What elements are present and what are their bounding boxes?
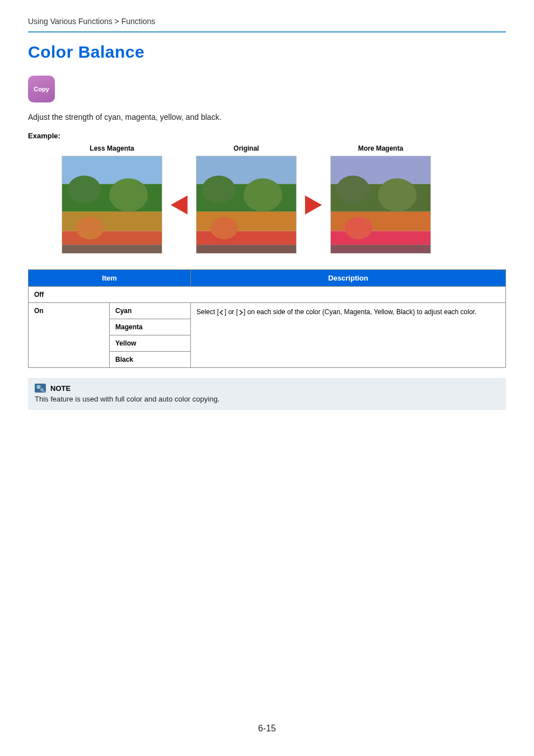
- row-description: Select [] or [] on each side of the colo…: [191, 303, 506, 368]
- example-less: Less Magenta: [62, 144, 162, 254]
- example-row: Less Magenta Original: [28, 144, 506, 254]
- row-black: Black: [110, 352, 191, 368]
- note-body: This feature is used with full color and…: [35, 395, 499, 403]
- svg-rect-22: [331, 245, 430, 253]
- example-original-caption: Original: [233, 144, 259, 152]
- svg-marker-17: [305, 195, 322, 214]
- example-less-image: [62, 156, 162, 254]
- svg-point-23: [336, 176, 369, 203]
- svg-rect-26: [35, 384, 46, 393]
- th-item: Item: [29, 270, 191, 287]
- row-off: Off: [29, 287, 506, 303]
- row-on: On: [29, 303, 110, 368]
- svg-point-27: [37, 385, 41, 389]
- svg-point-6: [109, 179, 148, 212]
- svg-point-24: [378, 179, 416, 212]
- example-more-image: [330, 156, 431, 254]
- svg-point-16: [210, 217, 238, 240]
- page-title: Color Balance: [28, 43, 506, 62]
- svg-point-25: [345, 217, 372, 240]
- desc-middle: ] or [: [224, 308, 238, 316]
- svg-point-7: [76, 217, 104, 240]
- key-right-icon: [238, 310, 243, 315]
- settings-table: Item Description Off On Cyan Select [] o…: [28, 269, 506, 368]
- th-description: Description: [191, 270, 506, 287]
- note-icon: [35, 384, 46, 393]
- row-magenta: Magenta: [110, 319, 191, 335]
- example-more: More Magenta: [330, 144, 431, 254]
- svg-point-15: [243, 179, 282, 212]
- example-more-caption: More Magenta: [358, 144, 404, 152]
- desc-suffix: ] on each side of the color (Cyan, Magen…: [243, 308, 476, 316]
- example-heading: Example:: [28, 132, 506, 140]
- note-box: NOTE This feature is used with full colo…: [28, 378, 506, 410]
- svg-marker-8: [171, 195, 188, 214]
- svg-point-5: [68, 176, 101, 203]
- desc-prefix: Select [: [196, 308, 219, 316]
- svg-rect-4: [62, 245, 162, 253]
- example-original: Original: [196, 144, 297, 254]
- svg-rect-12: [196, 231, 296, 245]
- svg-rect-13: [196, 245, 296, 253]
- example-less-caption: Less Magenta: [90, 144, 134, 152]
- arrow-right-icon: [297, 183, 330, 216]
- example-original-image: [196, 156, 297, 254]
- header-divider: [28, 31, 506, 32]
- svg-rect-3: [62, 231, 162, 245]
- arrow-left-icon: [162, 183, 196, 216]
- svg-point-14: [202, 176, 235, 203]
- breadcrumb: Using Various Functions > Functions: [28, 17, 506, 31]
- svg-rect-21: [331, 231, 430, 245]
- page-number: 6-15: [0, 724, 534, 734]
- note-title: NOTE: [50, 384, 71, 393]
- row-yellow: Yellow: [110, 335, 191, 352]
- key-left-icon: [219, 310, 224, 315]
- row-cyan: Cyan: [110, 303, 191, 319]
- intro-text: Adjust the strength of cyan, magenta, ye…: [28, 113, 506, 122]
- copy-badge: Copy: [28, 76, 55, 102]
